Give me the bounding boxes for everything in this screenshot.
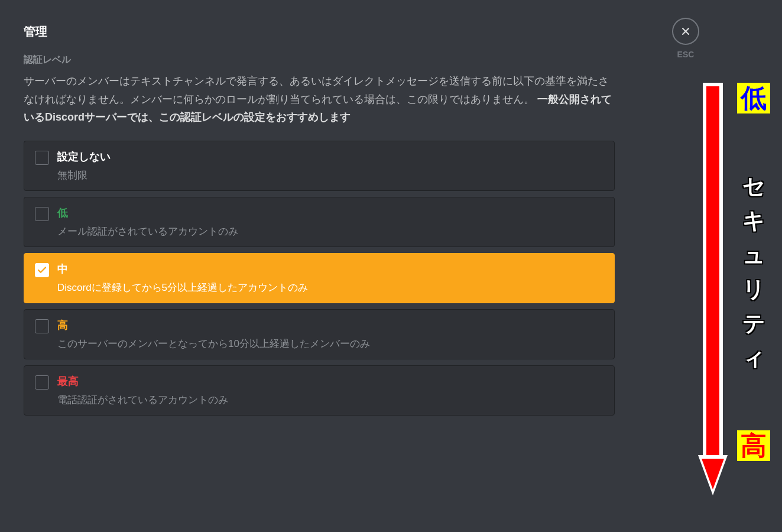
annotation-char: ュ (742, 244, 765, 266)
option-title: 高 (57, 318, 370, 332)
option-description: 電話認証がされているアカウントのみ (57, 393, 228, 407)
svg-rect-1 (706, 86, 719, 458)
option-content: 高このサーバーのメンバーとなってから10分以上経過したメンバーのみ (57, 318, 370, 351)
annotation-char: テ (742, 312, 765, 335)
option-description: メール認証がされているアカウントのみ (57, 225, 238, 238)
option-title: 中 (57, 262, 308, 276)
verification-option-0[interactable]: 設定しない無制限 (24, 141, 615, 191)
option-description: このサーバーのメンバーとなってから10分以上経過したメンバーのみ (57, 337, 370, 351)
annotation-high-badge: 高 (737, 430, 770, 461)
close-icon (672, 18, 699, 45)
option-content: 中Discordに登録してから5分以上経過したアカウントのみ (57, 262, 308, 294)
esc-label: ESC (677, 50, 695, 59)
description-text: サーバーのメンバーはテキストチャンネルで発言する、あるいはダイレクトメッセージを… (24, 75, 609, 105)
option-title: 低 (57, 206, 238, 220)
option-content: 低メール認証がされているアカウントのみ (57, 206, 238, 238)
checkbox-icon (35, 207, 49, 221)
settings-panel: 管理 認証レベル サーバーのメンバーはテキストチャンネルで発言する、あるいはダイ… (0, 0, 638, 439)
checkbox-icon (35, 151, 49, 165)
option-title: 最高 (57, 374, 228, 388)
verification-options: 設定しない無制限低メール認証がされているアカウントのみ中Discordに登録して… (24, 141, 615, 416)
checkbox-icon (35, 319, 49, 333)
checkbox-icon (35, 375, 49, 390)
annotation-char: ィ (742, 346, 765, 369)
checkbox-icon (35, 263, 49, 277)
verification-option-2[interactable]: 中Discordに登録してから5分以上経過したアカウントのみ (24, 253, 615, 303)
annotation-char: セ (742, 175, 765, 197)
verification-option-1[interactable]: 低メール認証がされているアカウントのみ (24, 197, 615, 247)
annotation-char: キ (742, 209, 765, 232)
option-description: 無制限 (57, 168, 111, 182)
verification-option-3[interactable]: 高このサーバーのメンバーとなってから10分以上経過したメンバーのみ (24, 309, 615, 359)
close-button[interactable]: ESC (672, 18, 699, 59)
verification-option-4[interactable]: 最高電話認証がされているアカウントのみ (24, 365, 615, 416)
option-content: 設定しない無制限 (57, 150, 111, 182)
security-annotation: 低 セキュリティ 高 (698, 83, 770, 497)
annotation-vertical-text: セキュリティ (742, 175, 765, 369)
section-description: サーバーのメンバーはテキストチャンネルで発言する、あるいはダイレクトメッセージを… (24, 72, 615, 126)
annotation-low-badge: 低 (737, 83, 770, 113)
option-description: Discordに登録してから5分以上経過したアカウントのみ (57, 281, 308, 294)
section-label: 認証レベル (24, 54, 615, 66)
annotation-arrow (698, 83, 728, 497)
annotation-labels: 低 セキュリティ 高 (737, 83, 770, 461)
option-title: 設定しない (57, 150, 111, 164)
page-title: 管理 (24, 24, 615, 40)
svg-marker-3 (702, 459, 724, 489)
annotation-char: リ (742, 278, 765, 300)
option-content: 最高電話認証がされているアカウントのみ (57, 374, 228, 407)
